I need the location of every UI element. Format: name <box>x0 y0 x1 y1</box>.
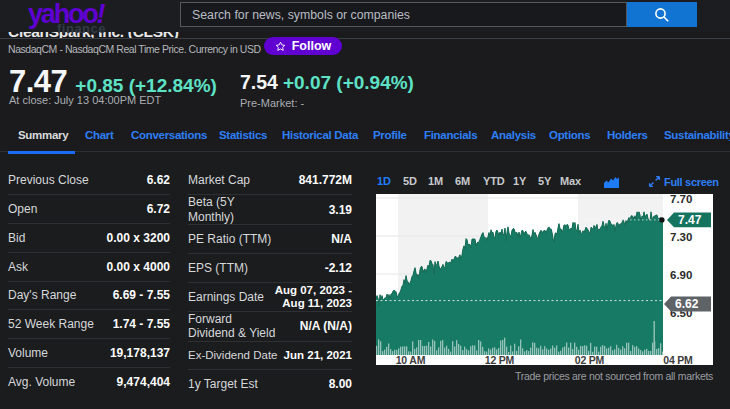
svg-text:7.30: 7.30 <box>670 231 692 243</box>
svg-text:7.70: 7.70 <box>670 194 692 205</box>
svg-text:6.62: 6.62 <box>675 297 699 311</box>
svg-text:6.90: 6.90 <box>670 269 692 281</box>
svg-text:12 PM: 12 PM <box>485 354 515 366</box>
svg-text:02 PM: 02 PM <box>575 354 605 366</box>
svg-text:7.47: 7.47 <box>678 213 702 227</box>
svg-text:04 PM: 04 PM <box>663 354 693 366</box>
svg-text:10 AM: 10 AM <box>396 354 426 366</box>
